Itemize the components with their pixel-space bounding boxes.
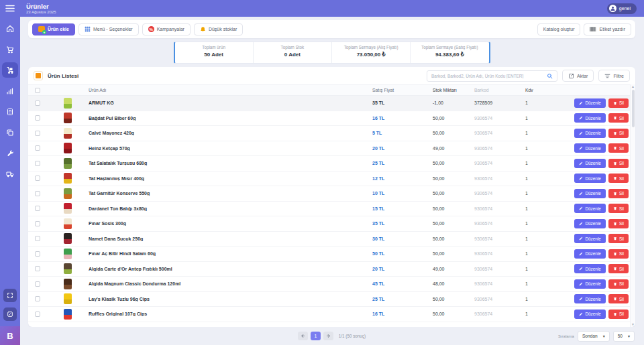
product-price-link[interactable]: 25 TL <box>372 297 433 301</box>
sidebar-item-sales[interactable] <box>2 42 18 57</box>
row-checkbox[interactable] <box>35 206 40 211</box>
table-row[interactable]: Namet Dana Sucuk 250g 30 TL 50,00 930657… <box>28 232 630 247</box>
delete-button[interactable]: Sil <box>608 129 629 138</box>
sidebar-item-reports[interactable] <box>2 83 18 98</box>
current-page-badge[interactable]: 1 <box>311 332 321 340</box>
fullscreen-button[interactable] <box>3 289 17 302</box>
row-checkbox[interactable] <box>35 236 40 241</box>
row-checkbox[interactable] <box>35 161 40 166</box>
row-checkbox[interactable] <box>35 145 40 151</box>
table-row[interactable]: Pınar Aç Bitir Hindi Salam 60g 50 TL 50,… <box>28 247 630 262</box>
delete-button[interactable]: Sil <box>608 279 629 289</box>
delete-button[interactable]: Sil <box>608 219 629 228</box>
table-row[interactable]: Lay's Klasik Tuzlu 96g Cips 25 TL 50,00 … <box>28 292 630 307</box>
table-row[interactable]: Tat Salatalık Turşusu 680g 25 TL 50,00 9… <box>28 156 630 171</box>
product-price-link[interactable]: 16 TL <box>372 116 433 121</box>
brand-logo[interactable]: B <box>0 326 20 345</box>
edit-button[interactable]: Düzenle <box>574 129 605 138</box>
edit-button[interactable]: Düzenle <box>574 189 605 198</box>
next-page-button[interactable] <box>323 332 333 340</box>
edit-button[interactable]: Düzenle <box>574 264 605 273</box>
row-checkbox[interactable] <box>35 266 40 271</box>
sidebar-item-home[interactable] <box>2 21 18 36</box>
row-checkbox[interactable] <box>35 312 40 317</box>
sidebar-item-register[interactable] <box>2 104 18 119</box>
edit-button[interactable]: Düzenle <box>574 294 605 303</box>
table-row[interactable]: Heinz Ketçap 570g 20 TL 49,00 9306574 1 … <box>28 141 630 157</box>
sort-order-select[interactable]: Sondan ▾ <box>578 331 610 342</box>
sidebar-item-products[interactable] <box>2 62 18 78</box>
scroll-down-icon[interactable]: ▼ <box>631 322 635 327</box>
product-price-link[interactable]: 25 TL <box>372 161 433 165</box>
table-row[interactable]: Dardanel Ton Balığı 3x80g 15 TL 50,00 93… <box>28 202 630 217</box>
delete-button[interactable]: Sil <box>608 143 629 153</box>
edit-button[interactable]: Düzenle <box>574 113 605 123</box>
table-row[interactable]: Calvé Mayonez 420g 5 TL 50,00 9306574 1 … <box>28 126 630 141</box>
select-all-checkbox[interactable] <box>35 88 40 93</box>
export-button[interactable]: Aktar <box>562 70 594 82</box>
table-row[interactable]: Algida Carte d'Or Antep Fıstıklı 500ml 2… <box>28 262 630 277</box>
product-price-link[interactable]: 20 TL <box>372 267 433 271</box>
add-product-button[interactable]: Ürün ekle <box>32 23 75 36</box>
table-row[interactable]: Algida Magnum Classic Dondurma 120ml 45 … <box>28 277 630 292</box>
print-label-button[interactable]: Etiket yazdır <box>584 23 631 36</box>
product-price-link[interactable]: 15 TL <box>372 206 433 211</box>
row-checkbox[interactable] <box>35 281 40 287</box>
edit-button[interactable]: Düzenle <box>574 219 605 228</box>
delete-button[interactable]: Sil <box>608 234 629 243</box>
table-row[interactable]: Tat Garnitür Konserve 550g 10 TL 50,00 9… <box>28 186 630 202</box>
edit-button[interactable]: Düzenle <box>574 234 605 243</box>
row-checkbox[interactable] <box>35 131 40 136</box>
edit-button[interactable]: Düzenle <box>574 143 605 153</box>
product-price-link[interactable]: 20 TL <box>372 146 433 151</box>
sidebar-item-tools[interactable] <box>2 145 18 161</box>
row-checkbox[interactable] <box>35 221 40 226</box>
delete-button[interactable]: Sil <box>608 113 629 123</box>
campaigns-button[interactable]: % Kampanyalar <box>142 23 191 36</box>
table-row[interactable]: Bağdat Pul Biber 60g 16 TL 50,00 9306574… <box>28 111 630 127</box>
page-size-select[interactable]: 50 ▾ <box>613 331 635 342</box>
edit-button[interactable]: Düzenle <box>574 309 605 319</box>
product-price-link[interactable]: 45 TL <box>372 281 433 286</box>
create-catalog-button[interactable]: Katalog oluştur <box>537 23 581 36</box>
sidebar-item-documents[interactable] <box>2 125 18 140</box>
edit-button[interactable]: Düzenle <box>574 249 605 259</box>
row-checkbox[interactable] <box>35 115 40 121</box>
search-icon[interactable] <box>547 73 553 79</box>
delete-button[interactable]: Sil <box>608 189 629 198</box>
filter-button[interactable]: Filtre <box>598 70 630 82</box>
table-row[interactable]: ARMUT KG 35 TL -1,00 3728509 1 Düzenle S… <box>28 96 630 111</box>
edit-button[interactable]: Düzenle <box>574 98 605 108</box>
row-checkbox[interactable] <box>35 176 40 181</box>
edit-button[interactable]: Düzenle <box>574 174 605 183</box>
menu-options-button[interactable]: Menü - Seçenekler <box>78 23 139 36</box>
delete-button[interactable]: Sil <box>608 309 629 319</box>
product-price-link[interactable]: 16 TL <box>372 312 433 316</box>
row-checkbox[interactable] <box>35 191 40 196</box>
row-checkbox[interactable] <box>35 296 40 301</box>
table-row[interactable]: Pınar Sosis 300g 35 TL 50,00 9306574 1 D… <box>28 216 630 232</box>
edit-mode-button[interactable] <box>3 307 17 321</box>
edit-button[interactable]: Düzenle <box>574 159 605 168</box>
delete-button[interactable]: Sil <box>608 98 629 108</box>
product-price-link[interactable]: 12 TL <box>372 176 433 181</box>
product-price-link[interactable]: 10 TL <box>372 191 433 196</box>
delete-button[interactable]: Sil <box>608 204 629 213</box>
hamburger-menu-icon[interactable] <box>5 5 15 12</box>
low-stock-button[interactable]: Düşük stoklar <box>194 23 243 36</box>
scrollbar-thumb[interactable] <box>632 90 635 127</box>
edit-button[interactable]: Düzenle <box>574 279 605 289</box>
table-row[interactable]: Ruffles Original 107g Cips 16 TL 50,00 9… <box>28 307 630 322</box>
row-checkbox[interactable] <box>35 251 40 257</box>
delete-button[interactable]: Sil <box>608 159 629 168</box>
delete-button[interactable]: Sil <box>608 294 629 303</box>
table-row[interactable]: Tat Haşlanmış Mısır 400g 12 TL 50,00 930… <box>28 171 630 187</box>
product-price-link[interactable]: 50 TL <box>372 251 433 256</box>
user-menu[interactable]: genel <box>607 3 637 14</box>
delete-button[interactable]: Sil <box>608 249 629 259</box>
delete-button[interactable]: Sil <box>608 264 629 273</box>
product-price-link[interactable]: 35 TL <box>372 221 433 226</box>
product-price-link[interactable]: 30 TL <box>372 236 433 241</box>
product-price-link[interactable]: 5 TL <box>372 131 433 135</box>
row-checkbox[interactable] <box>35 100 40 106</box>
